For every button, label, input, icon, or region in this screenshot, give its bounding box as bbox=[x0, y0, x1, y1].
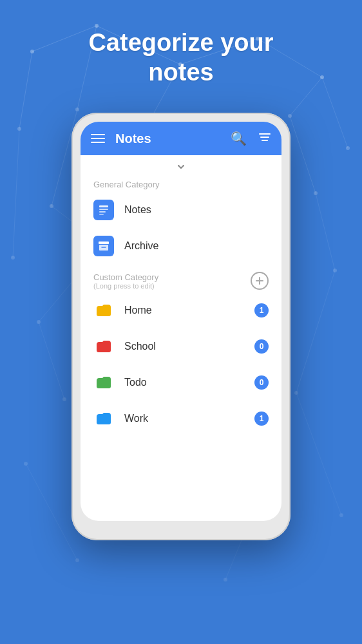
general-category-label: General Category bbox=[81, 175, 281, 192]
collapse-chevron[interactable] bbox=[81, 155, 281, 175]
list-item-notes[interactable]: Notes bbox=[81, 192, 281, 228]
todo-label: Todo bbox=[124, 377, 254, 388]
search-icon[interactable]: 🔍 bbox=[231, 131, 247, 146]
home-label: Home bbox=[124, 305, 254, 316]
svg-rect-56 bbox=[99, 205, 108, 207]
phone-screen: Notes 🔍 General Category bbox=[81, 122, 281, 521]
work-badge: 1 bbox=[254, 412, 269, 426]
custom-category-title: Custom Category bbox=[93, 272, 251, 282]
app-bar: Notes 🔍 bbox=[81, 122, 281, 155]
home-folder-icon bbox=[93, 300, 114, 321]
custom-category-header: Custom Category (Long press to edit) bbox=[81, 264, 281, 292]
svg-line-46 bbox=[296, 270, 335, 393]
app-bar-title: Notes bbox=[115, 131, 231, 146]
svg-line-39 bbox=[290, 116, 316, 193]
svg-line-32 bbox=[19, 52, 32, 129]
hero-title: Categorize your notes bbox=[62, 28, 299, 87]
list-item-archive[interactable]: Archive bbox=[81, 228, 281, 264]
svg-line-50 bbox=[296, 393, 341, 515]
work-folder-icon bbox=[93, 408, 114, 429]
school-badge: 0 bbox=[254, 339, 269, 354]
add-category-button[interactable] bbox=[251, 272, 269, 290]
archive-label: Archive bbox=[124, 240, 269, 252]
bottom-spacer bbox=[81, 437, 281, 488]
svg-line-51 bbox=[26, 464, 77, 560]
svg-rect-60 bbox=[99, 242, 109, 244]
archive-icon bbox=[93, 236, 114, 256]
school-folder-icon bbox=[93, 336, 114, 357]
work-label: Work bbox=[124, 413, 254, 424]
svg-line-40 bbox=[13, 129, 19, 258]
notes-icon bbox=[93, 200, 114, 220]
todo-badge: 0 bbox=[254, 375, 269, 390]
menu-icon[interactable] bbox=[91, 134, 105, 143]
custom-category-subtitle: (Long press to edit) bbox=[93, 282, 251, 290]
list-item-todo[interactable]: Todo 0 bbox=[81, 365, 281, 401]
phone-frame: Notes 🔍 General Category bbox=[71, 113, 291, 540]
list-item-school[interactable]: School 0 bbox=[81, 328, 281, 365]
filter-icon[interactable] bbox=[258, 131, 271, 147]
school-label: School bbox=[124, 341, 254, 352]
svg-rect-57 bbox=[99, 209, 108, 210]
todo-folder-icon bbox=[93, 372, 114, 393]
svg-rect-59 bbox=[99, 214, 104, 215]
svg-line-36 bbox=[322, 77, 348, 148]
svg-line-43 bbox=[316, 193, 335, 270]
list-item-home[interactable]: Home 1 bbox=[81, 292, 281, 328]
svg-rect-58 bbox=[99, 211, 106, 213]
app-bar-actions: 🔍 bbox=[231, 131, 271, 147]
list-item-work[interactable]: Work 1 bbox=[81, 401, 281, 437]
svg-line-47 bbox=[39, 322, 64, 399]
custom-category-text: Custom Category (Long press to edit) bbox=[93, 272, 251, 290]
home-badge: 1 bbox=[254, 303, 269, 317]
notes-label: Notes bbox=[124, 204, 269, 216]
